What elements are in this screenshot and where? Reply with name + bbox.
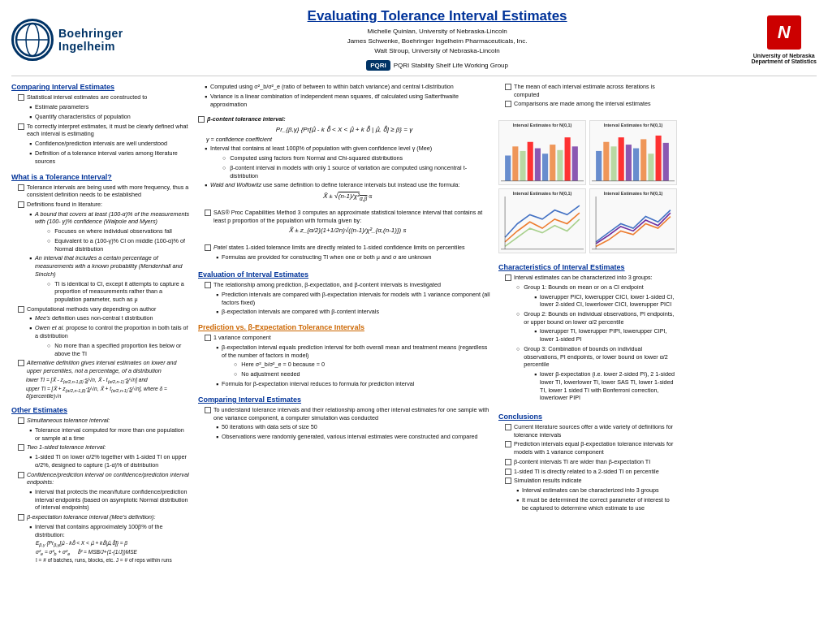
sub-bullets: ▪ 1-sided TI on lower α/2% together with… [29,453,190,469]
svg-rect-10 [557,150,563,181]
svg-rect-12 [572,146,578,180]
list-item: ▪ Interval estimates can be characterize… [516,486,677,495]
list-item: ▪ Owen et al. propose to control the pro… [29,324,190,339]
bullet-icon: ▪ [534,371,537,378]
list-item: ▪ Interval that contains at least 100β% … [205,145,490,153]
mid-top-bullets: ▪ Computed using σ²_b/σ²_e (ratio of bet… [198,83,490,110]
bullet-text: The relationship among prediction, β-exp… [213,281,441,289]
list-item: ▪ Mee's definition uses non-central t di… [29,314,190,322]
sub-sub-bullets: ▪ lower β-expectation (i.e. lower 2-side… [534,370,677,402]
list-item: Definitions found in literature: [18,201,190,209]
bullet-text: Confidence/prediction intervals are well… [35,140,167,148]
beta-content-formula: Pr_{β,γ} {Pr[μ̂ - k δ̂ < X < μ̂ + k δ̂ |… [198,126,490,133]
svg-rect-19 [633,149,639,181]
chart-4: Interval Estimates for N(0,1) [589,188,677,253]
bullet-text: Interval estimates can be characterized … [522,486,659,495]
checkbox-icon [205,335,211,341]
bullet-text: Group 2: Bounds on individual observatio… [524,310,677,326]
list-item: ▪ Quantify characteristics of population [29,113,190,121]
svg-rect-6 [528,142,533,181]
section-what-is-ti: What is a Tolerance Interval? Tolerance … [11,173,190,402]
bullet-icon: ▪ [216,381,219,388]
bullet-text: Variance is a linear combination of inde… [210,93,490,108]
header-authors: Michelle Quinlan, University of Nebraska… [123,27,752,56]
section-other-title: Other Estimates [11,406,190,414]
bullet-text: 1-sided TI on lower α/2% together with 1… [35,453,190,469]
bullet-text: Here σ²_b/σ²_e = 0 because = 0 [241,361,325,369]
sub-bullets: ▪ 50 iterations with data sets of size 5… [216,423,490,441]
sub-bullets: ▪ Interval that protects the mean/future… [29,488,190,512]
bullet-text: An interval that includes a certain perc… [35,254,190,278]
checkbox-icon [18,184,24,191]
sub-sub-bullets: ○ Here σ²_b/σ²_e = 0 because = 0 ○ No ad… [234,361,490,378]
bullet-icon: ▪ [29,454,32,461]
sub-bullets: ▪ β-expectation interval equals predicti… [216,344,490,388]
bullet-text: Mee's definition uses non-central t dist… [35,314,153,322]
bullet-text: β-expectation intervals are compared wit… [222,308,379,316]
svg-rect-15 [603,142,609,181]
author-1: Michelle Quinlan, University of Nebraska… [123,27,752,37]
bullet-icon: ▪ [29,150,32,158]
bullet-text: To understand tolerance intervals and th… [213,406,490,421]
list-item: ▪ Tolerance interval computed for more t… [29,426,190,442]
comparing-bullets: Statistical interval estimates are const… [18,93,190,166]
mid-top-block: ▪ Computed using σ²_b/σ²_e (ratio of bet… [205,83,490,108]
checkbox-icon [198,116,205,123]
bullet-text: Tolerance intervals are being used with … [27,184,190,199]
formula-ij: I = # of batches, runs, blocks, etc. J =… [36,557,190,563]
svg-rect-11 [565,137,571,181]
checkbox-icon [205,407,211,413]
sub-bullets: ▪ Estimate parameters ▪ Quantify charact… [29,103,190,121]
chart-4-area [592,197,675,251]
bullet-icon: ▪ [216,344,219,352]
checkbox-icon [505,424,511,430]
list-item: ▪ Wald and Wolfowitz use same definition… [205,181,490,189]
charts-grid: Interval Estimates for N(0,1) [498,120,677,253]
section-evaluation: Evaluation of Interval Estimates The rel… [198,270,490,318]
section-comparing-sim-title: Comparing Interval Estimates [198,395,490,404]
sub-sub-bullets: ○ No more than a specified proportion li… [47,342,190,357]
checkbox-icon [205,244,211,251]
bullet-text: Prediction intervals equal β-expectation… [514,440,677,456]
bullet-icon: ▪ [29,114,32,121]
list-item: ▪ lowerupper PICI, lowerupper CICI, lowe… [534,293,677,309]
sub-sub-bullets: ▪ lowerupper PICI, lowerupper CICI, lowe… [534,293,677,309]
bullet-text: The mean of each interval estimate acros… [514,83,677,98]
pqri-text: PQRI Stability Shelf Life Working Group [394,62,508,69]
bullet-text: TI is identical to CI, except it attempt… [54,280,190,304]
section-pred-vs-beta: Prediction vs. β-Expectation Tolerance I… [198,323,490,391]
list-item: SAS® Proc Capabilities Method 3 computes… [205,209,490,224]
section-comparing-sim: Comparing Interval Estimates To understa… [198,395,490,443]
checkbox-icon [18,306,24,313]
svg-rect-17 [619,137,624,181]
list-item: ▪ Estimate parameters [29,103,190,111]
list-item: The mean of each interval estimate acros… [505,83,677,98]
bullet-text: Equivalent to a (100-γ)% CI on middle (1… [54,237,190,253]
bullet-icon: ▪ [216,424,219,431]
list-item: ▪ Formulas are provided for constructing… [216,253,490,261]
bullet-text: Interval that contains approximately 100… [35,523,190,538]
sub-sub-bullets: ○ TI is identical to CI, except it attem… [47,280,190,304]
sub-bullets: ▪ Interval estimates can be characterize… [516,486,677,512]
list-item: ○ Here σ²_b/σ²_e = 0 because = 0 [234,361,490,369]
sub-sub-bullets: ○ Computed using factors from Normal and… [222,154,490,179]
bullet-icon: ▪ [29,427,32,434]
list-item: Computational methods vary depending on … [18,305,190,313]
bullet-text: Alternative definition gives interval es… [27,359,190,374]
main-content: Comparing Interval Estimates Statistical… [11,83,817,565]
chart-3-area [501,197,584,251]
list-item: Alternative definition gives interval es… [18,359,190,374]
checkbox-icon [205,210,211,216]
svg-rect-7 [535,149,541,181]
list-item: ▪ β-expectation intervals are compared w… [216,308,490,316]
characteristics-bullets: Interval estimates can be characterized … [505,274,677,402]
circle-bullet-icon: ○ [47,342,50,349]
bullet-text: Computed using factors from Normal and C… [230,154,403,162]
list-item: Confidence/prediction interval on confid… [18,471,190,486]
author-2: James Schwenke, Boehringer Ingelheim Pha… [123,37,752,46]
n-logo-icon: N [767,15,801,50]
svg-rect-14 [596,151,602,181]
bullet-text: Focuses on where individual observations… [54,227,172,236]
section-pred-title: Prediction vs. β-Expectation Tolerance I… [198,323,490,331]
bullet-icon: ▪ [29,140,32,148]
